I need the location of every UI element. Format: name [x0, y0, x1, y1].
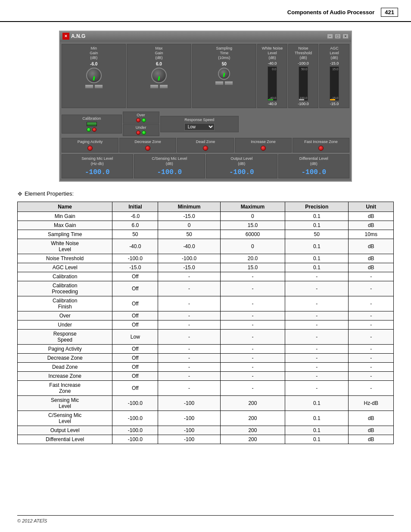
sensing-mic-level-value: -100.0: [65, 168, 130, 176]
table-row: AGC Level-15.0-15.015.00.1dB: [18, 263, 394, 272]
table-row: Sampling Time5050600005010ms: [18, 230, 394, 239]
table-cell: 0: [158, 221, 221, 230]
table-cell: -: [285, 353, 349, 362]
min-gain-inc-button[interactable]: [94, 84, 103, 89]
table-cell: dB: [349, 212, 394, 221]
min-gain-group: MinGain(dB) -6.0: [62, 44, 126, 108]
table-cell: CalibrationProceeding: [18, 281, 112, 296]
dead-zone-group: Dead Zone: [177, 138, 234, 152]
table-cell: -: [285, 380, 349, 395]
table-cell: Off: [112, 353, 158, 362]
table-cell: -: [158, 371, 221, 380]
under-group: Under: [123, 124, 159, 136]
col-initial: Initial: [112, 202, 158, 212]
calibration-button[interactable]: [87, 122, 97, 126]
max-gain-inc-button[interactable]: [159, 84, 168, 89]
table-cell: -100.0: [112, 254, 158, 263]
page-number: 421: [381, 8, 398, 17]
table-cell: -: [158, 362, 221, 371]
col-name: Name: [18, 202, 112, 212]
agc-level-meter: 15.0 -15.0: [330, 66, 339, 101]
table-row: Differential Level-100.0-1002000.1dB: [18, 435, 394, 444]
table-cell: -: [158, 272, 221, 281]
table-cell: -15.0: [158, 263, 221, 272]
col-minimum: Minimum: [158, 202, 221, 212]
fast-increase-zone-label: Fast Increase Zone: [304, 140, 338, 144]
table-cell: -: [220, 281, 285, 296]
table-cell: -100: [158, 395, 221, 411]
table-cell: -: [158, 296, 221, 311]
table-cell: ResponseSpeed: [18, 329, 112, 344]
decrease-zone-led: [145, 146, 150, 151]
paging-activity-group: Paging Activity: [62, 138, 118, 152]
controls-row: MinGain(dB) -6.0 MaxGain(dB) 6.0: [60, 41, 351, 111]
table-cell: dB: [349, 411, 394, 426]
page-content: ✕ A.N.G − □ × MinGain(dB) -6.0: [0, 31, 411, 444]
table-cell: 50: [285, 230, 349, 239]
sampling-time-dec-button[interactable]: [215, 81, 224, 85]
under-lights: [126, 131, 156, 135]
table-cell: -: [349, 380, 394, 395]
differential-level-label: Differential Level(dB): [281, 156, 347, 166]
min-gain-value: -6.0: [65, 62, 123, 66]
table-cell: 6.0: [112, 221, 158, 230]
min-gain-dec-button[interactable]: [85, 84, 93, 89]
table-cell: dB: [349, 239, 394, 254]
over-group: Over: [123, 112, 159, 124]
table-cell: 50: [158, 230, 221, 239]
table-cell: dB: [349, 254, 394, 263]
table-cell: -: [285, 272, 349, 281]
output-level-label: Output Level(dB): [209, 156, 274, 166]
table-cell: -: [220, 320, 285, 329]
white-noise-label: White NoiseLevel(dB): [262, 46, 283, 60]
table-cell: -: [220, 272, 285, 281]
min-gain-label: MinGain(dB): [65, 46, 123, 60]
col-precision: Precision: [285, 202, 349, 212]
table-cell: 200: [220, 426, 285, 435]
table-row: OverOff----: [18, 311, 394, 320]
max-gain-knob[interactable]: [151, 68, 167, 83]
table-cell: Off: [112, 311, 158, 320]
close-button[interactable]: ×: [342, 34, 349, 39]
table-cell: -: [220, 380, 285, 395]
minimize-button[interactable]: −: [327, 34, 333, 39]
table-body: Min Gain-6.0-15.000.1dBMax Gain6.0015.00…: [18, 212, 394, 444]
table-cell: 0.1: [285, 254, 349, 263]
increase-zone-led: [261, 146, 266, 151]
maximize-button[interactable]: □: [335, 34, 341, 39]
ang-titlebar-left: ✕ A.N.G: [62, 33, 85, 40]
csensing-mic-level-value: -100.0: [137, 168, 202, 176]
table-cell: Output Level: [18, 426, 112, 435]
ang-logo-icon: ✕: [62, 33, 69, 40]
response-speed-select[interactable]: Low Medium High: [184, 123, 215, 131]
table-cell: -: [285, 296, 349, 311]
noise-threshold-bottom-val: -100.0: [298, 102, 309, 106]
sampling-time-inc-button[interactable]: [224, 81, 233, 85]
table-cell: -: [285, 329, 349, 344]
table-cell: -: [349, 281, 394, 296]
table-cell: -40.0: [158, 239, 221, 254]
max-gain-indicator: [158, 76, 160, 81]
min-gain-knob[interactable]: [86, 68, 102, 83]
sampling-time-knob[interactable]: [218, 68, 230, 80]
max-gain-dec-button[interactable]: [150, 84, 159, 89]
output-level-group: Output Level(dB) -100.0: [206, 154, 277, 178]
agc-level-label: AGCLevel(dB): [330, 46, 339, 60]
table-cell: -: [349, 320, 394, 329]
max-gain-buttons: [130, 84, 188, 89]
table-cell: -: [158, 353, 221, 362]
table-cell: 0.1: [285, 221, 349, 230]
sampling-time-group: SamplingTime(10ms) 50: [192, 44, 256, 108]
col-maximum: Maximum: [220, 202, 285, 212]
calibration-group: Calibration: [62, 115, 122, 134]
table-cell: -: [349, 353, 394, 362]
over-lights: [126, 118, 156, 122]
max-gain-group: MaxGain(dB) 6.0: [127, 44, 191, 108]
table-cell: Off: [112, 380, 158, 395]
header-title: Components of Audio Processor: [287, 9, 374, 16]
table-cell: Differential Level: [18, 435, 112, 444]
noise-threshold-meter-group: NoiseThreshold(dB) -100.0 50.0 -100.0 -1…: [288, 44, 318, 108]
agc-level-meter-group: AGCLevel(dB) -15.0 15.0 -15.0 -15.0: [319, 44, 349, 108]
table-cell: -15.0: [112, 263, 158, 272]
table-cell: -: [285, 371, 349, 380]
